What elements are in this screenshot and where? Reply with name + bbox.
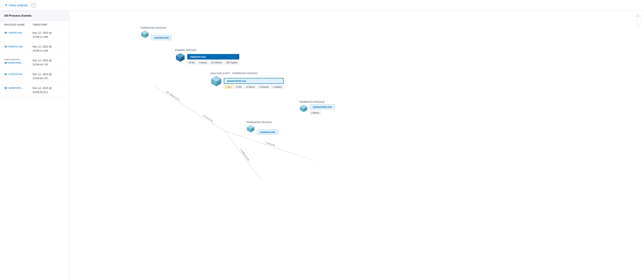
info-icon-button[interactable]: ℹ [635, 13, 641, 19]
close-x-icon: ✕ [5, 3, 8, 7]
cube-powershell [210, 75, 222, 88]
col-timestamp: Timestamp [32, 23, 65, 26]
badge-explorer-0: 25 file [187, 61, 196, 64]
badge-powershell-4: 4 registry [271, 85, 284, 89]
process-timestamp-explorer: Nov 12, 2023 @23:59:11.526 [32, 45, 65, 53]
node-badges-explorer: 25 file3 library20 network290 registry [187, 61, 239, 64]
process-name-conhost[interactable]: conhost.exe [4, 72, 32, 76]
process-info-systeminfo: systeminfo.... [4, 86, 32, 89]
sidebar-row-powershell[interactable]: ANALYZED EVE... powershell.... Nov 12, 2… [0, 56, 69, 69]
process-info-userinit: userinit.exe [4, 31, 32, 34]
cube-userinit [140, 30, 149, 40]
node-name-box-powershell[interactable]: powershell.exe [224, 78, 284, 84]
sidebar: All Process Events Process Name Timestam… [0, 10, 69, 278]
graph-svg: 88 milliseconds33 seconds7 seconds5 mill… [69, 10, 644, 278]
node-powershell[interactable]: ANALYZED EVENT · TERMINATED PROCESS powe… [210, 71, 284, 90]
badge-powershell-1: 13 file [234, 85, 243, 89]
process-timestamp-conhost: Nov 12, 2023 @23:59:44.747 [32, 72, 65, 80]
sidebar-table: Process Name Timestamp userinit.exe [0, 21, 69, 278]
edge-userinit-explorer [155, 87, 189, 109]
node-label-conhost: TERMINATED PROCESS [246, 121, 272, 124]
sidebar-title: All Process Events [4, 14, 32, 17]
badge-powershell-2: 14 library [244, 85, 256, 89]
node-label-systeminfo: TERMINATED PROCESS [299, 101, 325, 103]
badge-powershell-0: 1 alert [224, 85, 234, 89]
node-name-box-systeminfo[interactable]: systeminfo.exe [310, 104, 335, 110]
sidebar-row-conhost[interactable]: conhost.exe Nov 12, 2023 @23:59:44.747 [0, 69, 69, 83]
node-badges-powershell: 1 alert13 file14 library4 network4 regis… [224, 85, 284, 89]
node-label-explorer: RUNNING PROCESS [175, 49, 196, 51]
sidebar-row-explorer[interactable]: explorer.exe Nov 12, 2023 @23:59:11.526 [0, 42, 69, 56]
node-badges-systeminfo: 4 library [310, 111, 335, 115]
cube-icon-explorer [4, 45, 7, 48]
close-analyzer-label: Close analyzer [9, 4, 28, 7]
node-name-box-conhost[interactable]: conhost.exe [257, 129, 278, 135]
edge-label-powershell-systeminfo: 7 seconds [265, 141, 276, 147]
edge-label-powershell-conhost: 5 milliseconds [240, 148, 250, 161]
process-name-userinit[interactable]: userinit.exe [4, 31, 32, 34]
node-label-powershell: ANALYZED EVENT · TERMINATED PROCESS [210, 72, 258, 75]
sidebar-row-systeminfo[interactable]: systeminfo.... Nov 12, 2023 @23:59:52.01… [0, 83, 69, 97]
cube-icon-powershell [4, 61, 7, 64]
node-name-box-userinit[interactable]: userinit.exe [151, 35, 172, 40]
cube-explorer [175, 52, 186, 64]
col-process-name: Process Name [4, 23, 32, 26]
badge-explorer-1: 3 library [197, 61, 208, 64]
cube-icon-conhost [4, 72, 7, 76]
node-explorer[interactable]: RUNNING PROCESS explorer.exe 25 file3 li… [175, 49, 239, 64]
badge-powershell-3: 4 network [258, 85, 270, 89]
node-name-box-explorer[interactable]: explorer.exe [187, 54, 239, 59]
badge-explorer-2: 20 network [209, 61, 224, 64]
node-label-userinit: TERMINATED PROCESS [140, 27, 166, 29]
circle-icon-button[interactable]: ○ [635, 21, 641, 26]
edge-explorer-powershell [189, 109, 225, 131]
cube-icon-systeminfo [4, 86, 7, 89]
main-layout: All Process Events Process Name Timestam… [0, 10, 644, 278]
close-analyzer-button[interactable]: ✕ Close analyzer [3, 2, 29, 8]
process-timestamp-systeminfo: Nov 12, 2023 @23:59:52.011 [32, 86, 65, 94]
process-name-powershell[interactable]: powershell.... [4, 61, 32, 64]
edge-powershell-conhost [225, 131, 262, 181]
process-timestamp-userinit: Nov 12, 2023 @23:59:11.438 [32, 31, 65, 39]
right-icons-panel: ℹ ○ [635, 13, 641, 26]
cube-conhost [246, 124, 255, 134]
node-conhost[interactable]: TERMINATED PROCESS conhost.exe [246, 121, 278, 135]
process-name-explorer[interactable]: explorer.exe [4, 45, 32, 48]
cube-systeminfo [299, 104, 308, 114]
process-info-explorer: explorer.exe [4, 45, 32, 48]
process-timestamp-powershell: Nov 12, 2023 @23:59:44.742 [32, 58, 65, 66]
analyzed-label-powershell: ANALYZED EVE... [4, 58, 32, 60]
process-info-powershell: ANALYZED EVE... powershell.... [4, 58, 32, 64]
edge-label-userinit-explorer: 88 milliseconds [166, 91, 180, 101]
expand-icon[interactable] [32, 3, 36, 7]
sidebar-columns: Process Name Timestamp [0, 21, 69, 28]
node-userinit[interactable]: TERMINATED PROCESS userinit.exe [140, 27, 172, 40]
sidebar-rows-container: userinit.exe Nov 12, 2023 @23:59:11.438 … [0, 28, 69, 97]
node-systeminfo[interactable]: TERMINATED PROCESS systeminfo.exe 4 libr… [299, 101, 335, 115]
sidebar-header: All Process Events [0, 10, 69, 21]
graph-area: 88 milliseconds33 seconds7 seconds5 mill… [69, 10, 644, 278]
badge-explorer-3: 290 registry [224, 61, 239, 64]
process-name-systeminfo[interactable]: systeminfo.... [4, 86, 32, 89]
sidebar-row-userinit[interactable]: userinit.exe Nov 12, 2023 @23:59:11.438 [0, 28, 69, 42]
top-bar: ✕ Close analyzer [0, 0, 644, 10]
edge-powershell-systeminfo [225, 131, 314, 161]
cube-icon-userinit [4, 31, 7, 34]
process-info-conhost: conhost.exe [4, 72, 32, 76]
badge-systeminfo-0: 4 library [310, 111, 321, 115]
